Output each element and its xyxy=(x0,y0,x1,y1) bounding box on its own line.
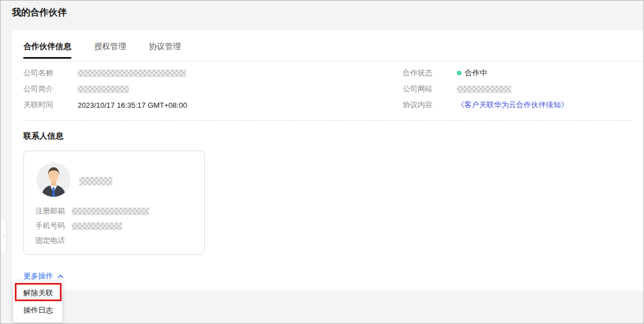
cooperation-status-value: 合作中 xyxy=(457,68,487,78)
panel-collapse-handle[interactable]: ‹ xyxy=(1,218,7,255)
page-title: 我的合作伙伴 xyxy=(12,7,67,19)
status-dot-icon xyxy=(457,71,461,75)
partner-info-section: 公司名称 公司简介 关联时间 2023/10/17 16:35:17 GMT+0… xyxy=(12,62,643,113)
tab-authorization-management[interactable]: 授权管理 xyxy=(94,42,126,61)
contact-row-mobile: 手机号码 xyxy=(35,218,149,233)
cooperation-status-label: 合作状态 xyxy=(403,68,457,78)
contact-row-email: 注册邮箱 xyxy=(35,204,149,218)
company-name-value-redacted xyxy=(78,70,186,77)
registered-email-label: 注册邮箱 xyxy=(35,206,72,216)
company-website-label: 公司网站 xyxy=(403,84,457,94)
info-row-company-name: 公司名称 xyxy=(23,65,403,81)
info-column-right: 合作状态 合作中 公司网站 协议内容 《客户关联华为云合作伙伴须知》 xyxy=(403,65,568,113)
chevron-up-icon xyxy=(58,274,63,278)
association-time-label: 关联时间 xyxy=(23,100,78,110)
agreement-link[interactable]: 《客户关联华为云合作伙伴须知》 xyxy=(457,100,568,110)
contact-avatar-icon xyxy=(37,163,71,197)
company-website-value-redacted xyxy=(457,86,511,93)
more-actions-dropdown: 解除关联 操作日志 xyxy=(13,281,62,322)
tab-bar: 合作伙伴信息 授权管理 协议管理 xyxy=(12,30,643,62)
tab-agreement-management[interactable]: 协议管理 xyxy=(149,42,181,61)
contact-card: 注册邮箱 手机号码 固定电话 xyxy=(23,151,205,255)
more-actions-link[interactable]: 更多操作 xyxy=(23,271,63,281)
mobile-number-value-redacted xyxy=(72,222,122,230)
section-divider xyxy=(23,120,632,121)
more-actions-label: 更多操作 xyxy=(23,271,53,281)
contact-fields: 注册邮箱 手机号码 固定电话 xyxy=(35,204,149,248)
info-column-left: 公司名称 公司简介 关联时间 2023/10/17 16:35:17 GMT+0… xyxy=(23,65,403,113)
collapse-handle-icon: ‹ xyxy=(3,234,5,239)
info-row-association-time: 关联时间 2023/10/17 16:35:17 GMT+08:00 xyxy=(23,97,403,113)
info-row-cooperation-status: 合作状态 合作中 xyxy=(403,65,568,81)
menu-item-operation-log[interactable]: 操作日志 xyxy=(13,302,62,319)
partner-detail-screen: 我的合作伙伴 合作伙伴信息 授权管理 协议管理 公司名称 公司简介 关联时间 2… xyxy=(0,0,644,324)
agreement-content-label: 协议内容 xyxy=(403,100,457,110)
association-time-value: 2023/10/17 16:35:17 GMT+08:00 xyxy=(78,101,187,110)
company-intro-value-redacted xyxy=(78,86,129,93)
content-card: 合作伙伴信息 授权管理 协议管理 公司名称 公司简介 关联时间 2023/10/… xyxy=(12,30,643,290)
company-intro-label: 公司简介 xyxy=(23,84,78,94)
info-row-company-intro: 公司简介 xyxy=(23,81,403,97)
contact-section-title: 联系人信息 xyxy=(23,131,632,141)
company-name-label: 公司名称 xyxy=(23,68,78,78)
registered-email-value-redacted xyxy=(72,208,149,215)
mobile-number-label: 手机号码 xyxy=(35,221,72,231)
landline-label: 固定电话 xyxy=(35,236,72,246)
contact-name-redacted xyxy=(79,177,112,185)
tab-partner-info[interactable]: 合作伙伴信息 xyxy=(23,42,71,61)
menu-item-disassociate[interactable]: 解除关联 xyxy=(13,285,62,302)
contact-row-landline: 固定电话 xyxy=(35,233,149,248)
cooperation-status-text: 合作中 xyxy=(465,68,487,78)
info-row-company-website: 公司网站 xyxy=(403,81,568,97)
info-row-agreement-content: 协议内容 《客户关联华为云合作伙伴须知》 xyxy=(403,97,568,113)
